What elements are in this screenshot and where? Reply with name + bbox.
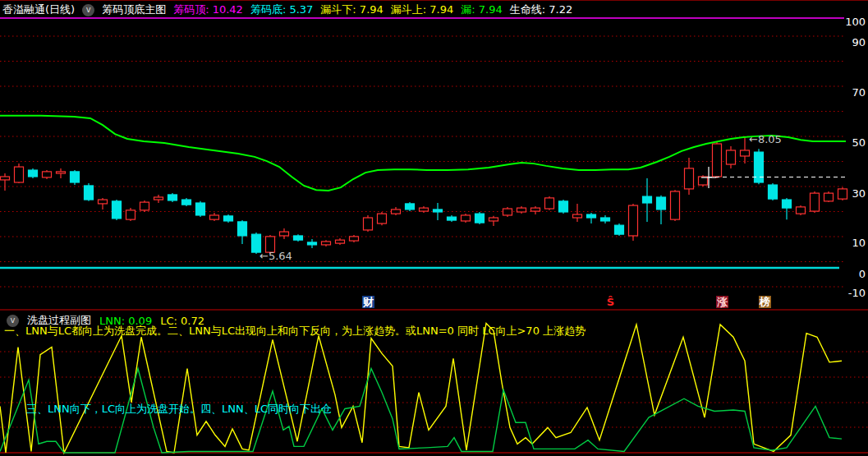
trading-app-window: 香溢融通(日线) v 筹码顶底主图 筹码顶: 10.42筹码底: 5.37漏斗下… xyxy=(0,0,868,456)
candlestick-series xyxy=(1,136,847,254)
chevron-down-icon[interactable]: v xyxy=(82,4,94,16)
watermark-badge[interactable]: Ŝ xyxy=(604,296,617,308)
axis-tick-label: 0 xyxy=(824,268,866,280)
axis-tick-label: 30 xyxy=(824,187,866,200)
price-annotation: ←8.05 xyxy=(749,133,782,145)
indicator-field: 生命线: 7.22 xyxy=(510,2,572,17)
axis-tick-label: 100 xyxy=(824,16,866,28)
main-indicator-values: 筹码顶: 10.42筹码底: 5.37漏斗下: 7.94漏斗上: 7.94漏: … xyxy=(173,2,572,17)
axis-tick-label: -10 xyxy=(824,287,866,299)
axis-tick-label: 90 xyxy=(824,36,866,48)
axis-tick-label: 10 xyxy=(824,237,866,249)
indicator-field: 筹码底: 5.37 xyxy=(250,2,313,17)
stock-title[interactable]: 香溢融通(日线) xyxy=(2,2,75,17)
indicator-note-line2: 三、LNN向下，LC向上为洗盘开始。四、LNN、LC同时向下出仓 xyxy=(26,402,332,417)
grid-lines xyxy=(0,1,868,454)
price-annotation: ←5.64 xyxy=(259,250,292,262)
indicator-field: 漏: 7.94 xyxy=(461,2,502,17)
main-indicator-name[interactable]: 筹码顶底主图 xyxy=(102,2,166,17)
watermark-badge[interactable]: 涨 xyxy=(716,296,728,308)
watermark-badge[interactable]: 财 xyxy=(362,296,374,308)
lc-series xyxy=(0,323,842,453)
axis-tick-label: 50 xyxy=(824,136,866,149)
axis-tick-label: 70 xyxy=(824,86,866,99)
indicator-note-line1: 一、LNN与LC都向上为洗盘完成。二、LNN与LC出现向上和向下反向，为上涨趋势… xyxy=(4,324,586,339)
indicator-field: 漏斗下: 7.94 xyxy=(320,2,383,17)
chart-canvas[interactable] xyxy=(0,0,868,456)
main-chart-header: 香溢融通(日线) v 筹码顶底主图 筹码顶: 10.42筹码底: 5.37漏斗下… xyxy=(2,2,572,17)
watermark-badge[interactable]: 榜 xyxy=(759,296,771,308)
indicator-field: 筹码顶: 10.42 xyxy=(173,2,243,17)
indicator-field: 漏斗上: 7.94 xyxy=(391,2,453,17)
